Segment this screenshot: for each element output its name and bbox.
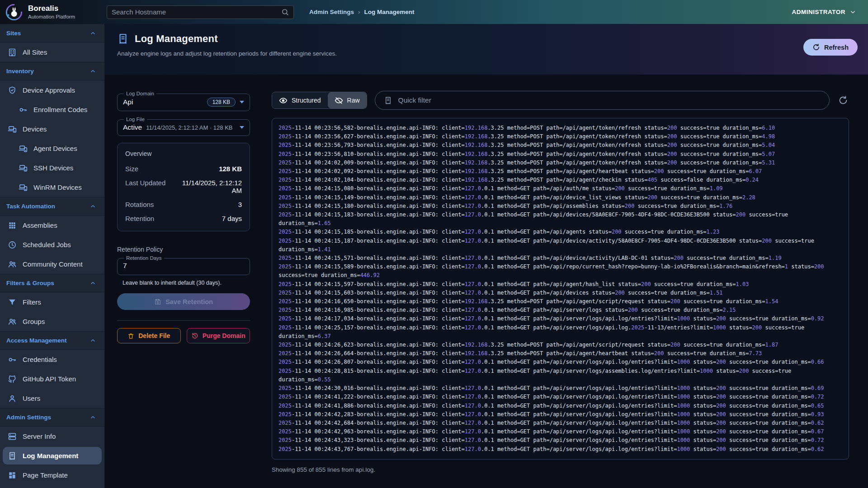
sidebar-item-users[interactable]: Users xyxy=(0,389,104,408)
user-menu[interactable]: ADMINISTRATOR xyxy=(792,9,857,15)
sidebar-item-community-content[interactable]: Community Content xyxy=(0,254,104,274)
topbar: Borealis Automation Platform Admin Setti… xyxy=(0,0,868,24)
reload-logs-button[interactable] xyxy=(837,94,849,106)
breadcrumb-log-management[interactable]: Log Management xyxy=(364,9,415,15)
sidebar-item-device-approvals[interactable]: Device Approvals xyxy=(0,80,104,100)
clock-icon xyxy=(8,240,17,249)
sidebar-item-page-template[interactable]: Page Template xyxy=(0,465,104,485)
chevron-down-icon xyxy=(849,9,856,15)
grid-icon xyxy=(8,221,17,230)
log-line: 2025-11-14 00:24:15,180-borealis.engine.… xyxy=(278,202,842,211)
retention-days-field[interactable]: Retention Days xyxy=(117,255,250,275)
shield-icon xyxy=(8,86,17,95)
overview-row-last-updated: Last Updated11/14/2025, 2:12:12 AM xyxy=(125,176,242,197)
divider xyxy=(117,320,250,321)
log-line: 2025-11-14 00:24:43,323-borealis.engine.… xyxy=(278,436,842,445)
dropdown-caret-icon xyxy=(240,101,244,103)
log-output[interactable]: 2025-11-14 00:23:56,582-borealis.engine.… xyxy=(272,118,849,460)
log-file-select[interactable]: Log File Active 11/14/2025, 2:12:12 AM ·… xyxy=(117,117,250,136)
sidebar-section-inventory[interactable]: Inventory xyxy=(0,62,104,80)
sidebar-item-server-info[interactable]: Server Info xyxy=(0,427,104,446)
chevron-up-icon xyxy=(90,203,96,210)
history-icon xyxy=(191,332,198,339)
sidebar-section-task-automation[interactable]: Task Automation xyxy=(0,197,104,216)
log-line: 2025-11-14 00:24:02,104-borealis.engine.… xyxy=(278,176,842,184)
log-line: 2025-11-14 00:24:15,597-borealis.engine.… xyxy=(278,280,842,289)
log-controls-panel: Log Domain Api 128 KB Log File Active 11… xyxy=(117,91,250,488)
chevron-up-icon xyxy=(90,337,96,344)
devices-icon xyxy=(8,125,17,134)
log-line: 2025-11-14 00:24:43,767-borealis.engine.… xyxy=(278,445,842,454)
log-domain-size-badge: 128 KB xyxy=(207,98,236,107)
overview-row-size: Size128 KB xyxy=(125,162,242,176)
chevron-up-icon xyxy=(90,280,96,286)
quick-filter-input[interactable] xyxy=(398,96,821,104)
log-line: 2025-11-14 00:24:28,815-borealis.engine.… xyxy=(278,367,842,384)
structured-mode-tab[interactable]: Structured xyxy=(272,92,328,108)
sidebar-section-filters-groups[interactable]: Filters & Groups xyxy=(0,274,104,292)
sidebar-item-ssh-devices[interactable]: SSH Devices xyxy=(0,158,104,178)
sidebar-item-all-sites[interactable]: All Sites xyxy=(0,42,104,62)
key-icon xyxy=(19,105,28,114)
purge-domain-button[interactable]: Purge Domain xyxy=(187,328,250,343)
save-retention-button[interactable]: Save Retention xyxy=(117,293,250,310)
eye-icon xyxy=(279,96,288,105)
sidebar-item-assemblies[interactable]: Assemblies xyxy=(0,216,104,235)
raw-mode-tab[interactable]: Raw xyxy=(328,92,367,108)
quick-filter[interactable] xyxy=(375,91,830,110)
brand: Borealis Automation Platform xyxy=(5,3,99,22)
log-line: 2025-11-14 00:24:26,623-borealis.engine.… xyxy=(278,341,842,349)
log-line: 2025-11-14 00:24:15,183-borealis.engine.… xyxy=(278,211,842,228)
user-menu-label: ADMINISTRATOR xyxy=(792,9,846,15)
log-count-status: Showing 855 of 855 lines from api.log. xyxy=(272,466,849,473)
devices-icon xyxy=(19,183,28,192)
sidebar-section-access-management[interactable]: Access Management xyxy=(0,331,104,350)
chevron-up-icon xyxy=(90,30,96,37)
devices-icon xyxy=(19,144,28,153)
log-line: 2025-11-14 00:24:15,571-borealis.engine.… xyxy=(278,254,842,263)
log-line: 2025-11-14 00:24:41,222-borealis.engine.… xyxy=(278,393,842,401)
sidebar-item-github-api-token[interactable]: GitHub API Token xyxy=(0,369,104,389)
log-line: 2025-11-14 00:24:15,080-borealis.engine.… xyxy=(278,184,842,193)
person-icon xyxy=(8,394,17,403)
sidebar-item-groups[interactable]: Groups xyxy=(0,312,104,331)
sidebar-section-sites[interactable]: Sites xyxy=(0,24,104,42)
breadcrumb-separator: › xyxy=(358,9,360,15)
brand-tagline: Automation Platform xyxy=(28,14,75,19)
funnel-icon xyxy=(8,298,17,307)
search-icon xyxy=(281,8,289,16)
breadcrumb-admin-settings[interactable]: Admin Settings xyxy=(309,9,354,15)
retention-helper-text: Leave blank to inherit default (30 days)… xyxy=(123,280,250,286)
log-file-value: Active xyxy=(123,123,142,131)
breadcrumb: Admin Settings › Log Management xyxy=(309,9,415,15)
sidebar-item-enrollment-codes[interactable]: Enrollment Codes xyxy=(0,100,104,119)
refresh-icon xyxy=(812,43,820,51)
sidebar-item-scheduled-jobs[interactable]: Scheduled Jobs xyxy=(0,235,104,254)
sidebar-item-winrm-devices[interactable]: WinRM Devices xyxy=(0,178,104,197)
log-line: 2025-11-14 00:24:42,963-borealis.engine.… xyxy=(278,427,842,436)
main-area: Log Management Analyze engine logs and a… xyxy=(105,24,868,488)
log-file-meta: 11/14/2025, 2:12:12 AM · 128 KB xyxy=(146,124,232,131)
hostname-search[interactable] xyxy=(107,5,294,19)
sidebar-item-devices[interactable]: Devices xyxy=(0,119,104,139)
refresh-button[interactable]: Refresh xyxy=(803,39,858,56)
sidebar-item-credentials[interactable]: Credentials xyxy=(0,350,104,369)
log-line: 2025-11-14 00:24:02,009-borealis.engine.… xyxy=(278,159,842,167)
eye-off-icon xyxy=(335,96,343,105)
people-icon xyxy=(8,317,17,326)
delete-file-button[interactable]: Delete File xyxy=(117,328,181,343)
template-icon xyxy=(8,471,17,480)
hostname-search-input[interactable] xyxy=(112,8,278,16)
log-domain-select[interactable]: Log Domain Api 128 KB xyxy=(117,91,250,111)
retention-days-input[interactable] xyxy=(123,261,244,272)
log-line: 2025-11-14 00:24:02,092-borealis.engine.… xyxy=(278,167,842,176)
sidebar-item-log-management[interactable]: Log Management xyxy=(3,447,102,465)
chevron-up-icon xyxy=(90,68,96,75)
sidebar-item-agent-devices[interactable]: Agent Devices xyxy=(0,139,104,158)
overview-row-retention: Retention7 days xyxy=(125,211,242,225)
sidebar-section-admin-settings[interactable]: Admin Settings xyxy=(0,408,104,427)
log-line: 2025-11-14 00:24:15,589-borealis.engine.… xyxy=(278,263,842,280)
key-icon xyxy=(8,355,17,364)
sidebar-item-filters[interactable]: Filters xyxy=(0,292,104,312)
log-icon xyxy=(8,451,17,460)
